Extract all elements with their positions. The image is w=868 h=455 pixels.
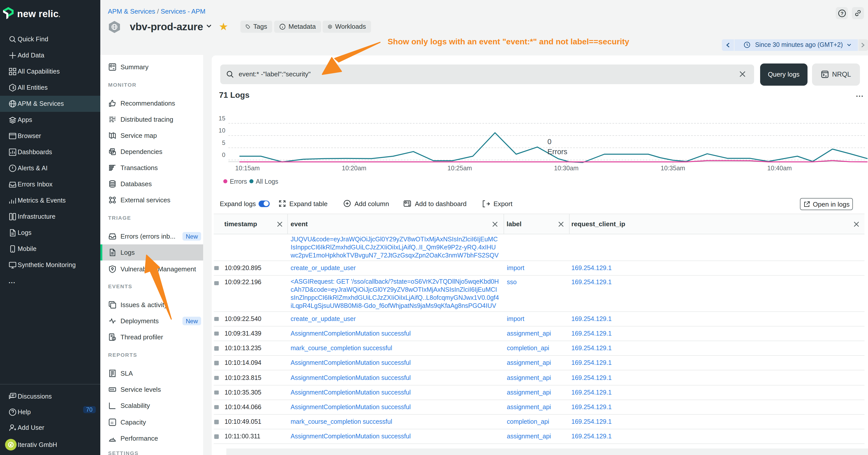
svg-text:10:40am: 10:40am <box>767 164 792 171</box>
svg-text:10:30am: 10:30am <box>554 164 579 171</box>
svg-text:10:25am: 10:25am <box>447 164 472 171</box>
svg-text:10:15am: 10:15am <box>235 164 259 171</box>
svg-text:?: ? <box>840 10 843 16</box>
svg-text:0: 0 <box>548 137 552 145</box>
svg-text:All Logs: All Logs <box>256 178 278 185</box>
svg-text:10:35am: 10:35am <box>660 164 685 171</box>
svg-text:Errors: Errors <box>230 178 247 185</box>
svg-text:15: 15 <box>218 115 225 122</box>
svg-text:0: 0 <box>222 152 225 158</box>
svg-text:10: 10 <box>218 127 225 134</box>
svg-text:10:20am: 10:20am <box>342 164 366 171</box>
svg-text:5: 5 <box>222 139 225 146</box>
svg-text:Errors: Errors <box>548 148 567 156</box>
